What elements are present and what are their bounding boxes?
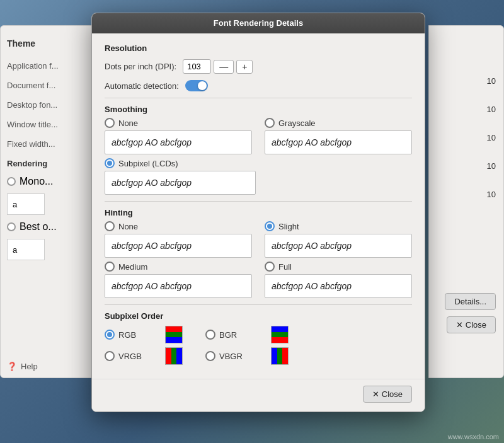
hinting-options: None abcfgop AO abcfgop Slight abcfgop A… (105, 221, 412, 258)
hinting-slight-row[interactable]: Slight (265, 221, 412, 231)
toggle-track[interactable] (185, 80, 208, 91)
smoothing-none-label: None (118, 118, 138, 128)
hinting-none-col: None abcfgop AO abcfgop (105, 221, 252, 258)
subpixel-vbgr-radio[interactable] (205, 351, 215, 361)
rgb-blue-stripe (166, 337, 182, 343)
bg-radio-mono-btn[interactable] (7, 177, 16, 186)
hinting-none-row[interactable]: None (105, 221, 252, 231)
vbgr-blue-stripe (272, 348, 277, 364)
dpi-label: Dots per inch (DPI): (105, 62, 176, 71)
smoothing-grayscale-col: Grayscale abcfgop AO abcfgop (265, 118, 412, 154)
rgb-color-block (165, 326, 183, 343)
dpi-plus-button[interactable]: + (236, 60, 253, 74)
auto-detection-toggle[interactable] (185, 80, 208, 91)
resolution-section-title: Resolution (105, 43, 412, 53)
bgr-red-stripe (272, 337, 288, 343)
vbgr-color-block (271, 347, 289, 365)
bgr-green-stripe (272, 332, 288, 338)
subpixel-bgr-item[interactable]: BGR (205, 330, 256, 340)
dpi-row: Dots per inch (DPI): — + (105, 59, 412, 74)
vrgb-color-block (165, 347, 183, 365)
sidebar-title: Theme (7, 38, 94, 49)
hinting-none-radio[interactable] (105, 221, 115, 231)
smoothing-subpixel-preview: abcfgop AO abcfgop (105, 171, 256, 195)
dialog-title: Font Rendering Details (214, 18, 303, 28)
subpixel-rgb-radio[interactable] (105, 330, 115, 340)
smoothing-grayscale-row[interactable]: Grayscale (265, 118, 412, 128)
sidebar-item-1[interactable]: Application f... (7, 61, 94, 71)
help-label[interactable]: Help (21, 362, 38, 371)
smoothing-none-row[interactable]: None (105, 118, 252, 128)
bg-radio-mono[interactable]: Mono... (7, 176, 94, 187)
auto-detection-label: Automatic detection: (105, 81, 179, 91)
smoothing-grayscale-preview: abcfgop AO abcfgop (265, 130, 412, 154)
subpixel-vrgb-radio[interactable] (105, 351, 115, 361)
bg-close-button[interactable]: ✕ Close (447, 316, 496, 333)
smoothing-none-col: None abcfgop AO abcfgop (105, 118, 252, 154)
bg-radio-best-btn[interactable] (7, 222, 16, 231)
hinting-slight-col: Slight abcfgop AO abcfgop (265, 221, 412, 258)
hinting-options-2: Medium abcfgop AO abcfgop Full abcfgop A… (105, 262, 412, 298)
smoothing-section-title: Smoothing (105, 105, 412, 114)
sidebar-item-4[interactable]: Window title... (7, 120, 94, 129)
close-button[interactable]: ✕ Close (363, 386, 412, 403)
divider-1 (105, 98, 412, 98)
hinting-full-preview: abcfgop AO abcfgop (265, 274, 412, 298)
hinting-slight-radio[interactable] (265, 221, 275, 231)
subpixel-vrgb-item[interactable]: VRGB (105, 351, 155, 361)
hinting-none-label: None (118, 222, 138, 231)
dpi-input[interactable] (183, 59, 211, 74)
smoothing-options: None abcfgop AO abcfgop Grayscale abcfgo… (105, 118, 412, 154)
sidebar-item-5[interactable]: Fixed width... (7, 139, 94, 149)
subpixel-bgr-label: BGR (219, 330, 237, 340)
hinting-medium-row[interactable]: Medium (105, 262, 252, 272)
smoothing-subpixel-label: Subpixel (LCDs) (118, 159, 178, 168)
subpixel-rgb-item[interactable]: RGB (105, 330, 155, 340)
watermark: www.wsxdn.com (448, 433, 499, 440)
hinting-section-title: Hinting (105, 208, 412, 217)
hinting-medium-radio[interactable] (105, 262, 115, 272)
bgr-blue-stripe (272, 326, 288, 332)
background-right-panel: 10 10 10 10 10 Details... ✕ Close (428, 25, 504, 378)
dialog-content: Resolution Dots per inch (DPI): — + Auto… (92, 33, 425, 379)
sidebar-item-2[interactable]: Document f... (7, 81, 94, 90)
subpixel-vrgb-label: VRGB (118, 352, 142, 361)
subpixel-section-title: Subpixel Order (105, 311, 412, 321)
smoothing-subpixel-row[interactable]: Subpixel (LCDs) (105, 158, 412, 168)
bgr-color-block (271, 326, 289, 343)
bg-details-button[interactable]: Details... (445, 293, 496, 310)
hinting-full-row[interactable]: Full (265, 262, 412, 272)
right-num-5: 10 (487, 190, 496, 199)
smoothing-subpixel-radio[interactable] (105, 158, 115, 168)
smoothing-grayscale-label: Grayscale (278, 118, 316, 128)
smoothing-grayscale-radio[interactable] (265, 118, 275, 128)
subpixel-bgr-radio[interactable] (205, 330, 215, 340)
rgb-green-stripe (166, 332, 182, 338)
dialog-footer: ✕ Close (92, 379, 425, 411)
bg-radio-best[interactable]: Best o... (7, 221, 94, 233)
help-section: ❓ Help (7, 362, 38, 371)
subpixel-vbgr-item[interactable]: VBGR (205, 351, 256, 361)
bg-preview-2: a (7, 239, 45, 260)
vrgb-blue-stripe (176, 348, 182, 364)
background-sidebar: Theme Application f... Document f... Des… (0, 25, 101, 378)
sidebar-item-3[interactable]: Desktop fon... (7, 100, 94, 110)
hinting-medium-label: Medium (118, 262, 147, 272)
toggle-thumb (198, 81, 207, 90)
right-num-4: 10 (487, 161, 496, 171)
smoothing-none-radio[interactable] (105, 118, 115, 128)
hinting-full-radio[interactable] (265, 262, 275, 272)
divider-2 (105, 201, 412, 202)
right-num-3: 10 (487, 133, 496, 142)
vrgb-red-stripe (166, 348, 171, 364)
dpi-minus-button[interactable]: — (214, 60, 234, 74)
hinting-medium-col: Medium abcfgop AO abcfgop (105, 262, 252, 298)
auto-detection-row: Automatic detection: (105, 80, 412, 91)
bg-preview-1: a (7, 193, 45, 215)
vrgb-green-stripe (171, 348, 177, 364)
dialog-titlebar: Font Rendering Details (92, 13, 425, 33)
help-icon: ❓ (7, 362, 17, 371)
hinting-slight-label: Slight (278, 222, 299, 231)
subpixel-options: RGB BGR (105, 326, 412, 365)
divider-3 (105, 304, 412, 305)
